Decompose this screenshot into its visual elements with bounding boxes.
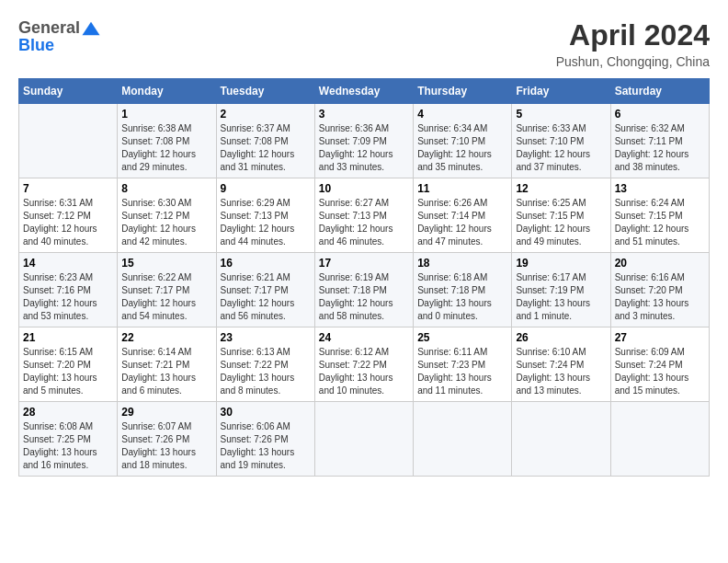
calendar-day-cell: 22Sunrise: 6:14 AMSunset: 7:21 PMDayligh… — [118, 327, 216, 402]
calendar-table: SundayMondayTuesdayWednesdayThursdayFrid… — [18, 78, 710, 477]
day-number: 22 — [121, 331, 211, 344]
day-info: Sunrise: 6:34 AMSunset: 7:10 PMDaylight:… — [417, 122, 507, 174]
calendar-day-cell: 8Sunrise: 6:30 AMSunset: 7:12 PMDaylight… — [118, 178, 216, 253]
calendar-day-cell: 2Sunrise: 6:37 AMSunset: 7:08 PMDaylight… — [216, 104, 314, 178]
day-number: 3 — [319, 108, 409, 121]
day-info: Sunrise: 6:10 AMSunset: 7:24 PMDaylight:… — [516, 346, 606, 397]
day-number: 25 — [417, 331, 507, 344]
weekday-header-cell: Saturday — [610, 79, 709, 104]
calendar-day-cell: 25Sunrise: 6:11 AMSunset: 7:23 PMDayligh… — [414, 327, 512, 402]
day-info: Sunrise: 6:38 AMSunset: 7:08 PMDaylight:… — [121, 122, 211, 174]
page-header: General Blue April 2024 Pushun, Chongqin… — [18, 18, 710, 69]
day-number: 28 — [23, 406, 113, 419]
day-info: Sunrise: 6:22 AMSunset: 7:17 PMDaylight:… — [121, 271, 211, 323]
location: Pushun, Chongqing, China — [556, 54, 710, 69]
calendar-day-cell: 15Sunrise: 6:22 AMSunset: 7:17 PMDayligh… — [118, 253, 216, 327]
day-info: Sunrise: 6:29 AMSunset: 7:13 PMDaylight:… — [221, 197, 311, 248]
day-number: 24 — [319, 331, 409, 344]
calendar-header-row: SundayMondayTuesdayWednesdayThursdayFrid… — [19, 79, 710, 104]
calendar-day-cell: 6Sunrise: 6:32 AMSunset: 7:11 PMDaylight… — [610, 104, 709, 178]
day-info: Sunrise: 6:12 AMSunset: 7:22 PMDaylight:… — [319, 346, 409, 397]
calendar-day-cell: 13Sunrise: 6:24 AMSunset: 7:15 PMDayligh… — [610, 178, 709, 253]
day-info: Sunrise: 6:19 AMSunset: 7:18 PMDaylight:… — [319, 271, 409, 323]
weekday-header-cell: Sunday — [19, 79, 118, 104]
day-number: 26 — [516, 331, 606, 344]
day-number: 30 — [221, 406, 311, 419]
day-info: Sunrise: 6:15 AMSunset: 7:20 PMDaylight:… — [23, 346, 113, 397]
weekday-header-cell: Friday — [512, 79, 610, 104]
calendar-day-cell: 29Sunrise: 6:07 AMSunset: 7:26 PMDayligh… — [118, 402, 216, 477]
calendar-day-cell — [512, 402, 610, 477]
calendar-day-cell — [610, 402, 709, 477]
calendar-week-row: 28Sunrise: 6:08 AMSunset: 7:25 PMDayligh… — [19, 402, 710, 477]
calendar-day-cell: 21Sunrise: 6:15 AMSunset: 7:20 PMDayligh… — [19, 327, 118, 402]
day-info: Sunrise: 6:06 AMSunset: 7:26 PMDaylight:… — [221, 420, 311, 472]
day-info: Sunrise: 6:31 AMSunset: 7:12 PMDaylight:… — [23, 197, 113, 248]
day-info: Sunrise: 6:21 AMSunset: 7:17 PMDaylight:… — [221, 271, 311, 323]
day-number: 16 — [221, 257, 311, 270]
day-info: Sunrise: 6:25 AMSunset: 7:15 PMDaylight:… — [516, 197, 606, 248]
day-info: Sunrise: 6:16 AMSunset: 7:20 PMDaylight:… — [615, 271, 705, 323]
calendar-day-cell: 23Sunrise: 6:13 AMSunset: 7:22 PMDayligh… — [216, 327, 314, 402]
day-number: 9 — [221, 182, 311, 195]
calendar-day-cell: 5Sunrise: 6:33 AMSunset: 7:10 PMDaylight… — [512, 104, 610, 178]
calendar-week-row: 7Sunrise: 6:31 AMSunset: 7:12 PMDaylight… — [19, 178, 710, 253]
calendar-day-cell: 16Sunrise: 6:21 AMSunset: 7:17 PMDayligh… — [216, 253, 314, 327]
day-info: Sunrise: 6:36 AMSunset: 7:09 PMDaylight:… — [319, 122, 409, 174]
weekday-header-cell: Thursday — [414, 79, 512, 104]
svg-marker-0 — [83, 21, 100, 35]
day-number: 5 — [516, 108, 606, 121]
day-number: 6 — [615, 108, 705, 121]
calendar-day-cell: 26Sunrise: 6:10 AMSunset: 7:24 PMDayligh… — [512, 327, 610, 402]
day-number: 21 — [23, 331, 113, 344]
day-number: 14 — [23, 257, 113, 270]
day-number: 19 — [516, 257, 606, 270]
day-info: Sunrise: 6:14 AMSunset: 7:21 PMDaylight:… — [121, 346, 211, 397]
calendar-day-cell — [314, 402, 413, 477]
day-number: 20 — [615, 257, 705, 270]
calendar-day-cell: 24Sunrise: 6:12 AMSunset: 7:22 PMDayligh… — [314, 327, 413, 402]
calendar-week-row: 21Sunrise: 6:15 AMSunset: 7:20 PMDayligh… — [19, 327, 710, 402]
day-info: Sunrise: 6:24 AMSunset: 7:15 PMDaylight:… — [615, 197, 705, 248]
day-info: Sunrise: 6:37 AMSunset: 7:08 PMDaylight:… — [221, 122, 311, 174]
calendar-day-cell: 4Sunrise: 6:34 AMSunset: 7:10 PMDaylight… — [414, 104, 512, 178]
day-number: 18 — [417, 257, 507, 270]
calendar-body: 1Sunrise: 6:38 AMSunset: 7:08 PMDaylight… — [19, 104, 710, 477]
day-info: Sunrise: 6:32 AMSunset: 7:11 PMDaylight:… — [615, 122, 705, 174]
month-year: April 2024 — [556, 18, 710, 52]
calendar-week-row: 14Sunrise: 6:23 AMSunset: 7:16 PMDayligh… — [19, 253, 710, 327]
calendar-day-cell — [19, 104, 118, 178]
day-info: Sunrise: 6:18 AMSunset: 7:18 PMDaylight:… — [417, 271, 507, 323]
title-block: April 2024 Pushun, Chongqing, China — [556, 18, 710, 69]
calendar-day-cell: 12Sunrise: 6:25 AMSunset: 7:15 PMDayligh… — [512, 178, 610, 253]
calendar-day-cell: 27Sunrise: 6:09 AMSunset: 7:24 PMDayligh… — [610, 327, 709, 402]
calendar-day-cell: 14Sunrise: 6:23 AMSunset: 7:16 PMDayligh… — [19, 253, 118, 327]
weekday-header-cell: Monday — [118, 79, 216, 104]
day-number: 17 — [319, 257, 409, 270]
day-info: Sunrise: 6:30 AMSunset: 7:12 PMDaylight:… — [121, 197, 211, 248]
day-number: 29 — [121, 406, 211, 419]
weekday-header-cell: Wednesday — [314, 79, 413, 104]
calendar-day-cell: 3Sunrise: 6:36 AMSunset: 7:09 PMDaylight… — [314, 104, 413, 178]
day-number: 23 — [221, 331, 311, 344]
day-number: 7 — [23, 182, 113, 195]
calendar-day-cell: 11Sunrise: 6:26 AMSunset: 7:14 PMDayligh… — [414, 178, 512, 253]
logo-triangle-icon — [81, 20, 101, 37]
calendar-day-cell: 10Sunrise: 6:27 AMSunset: 7:13 PMDayligh… — [314, 178, 413, 253]
calendar-day-cell: 30Sunrise: 6:06 AMSunset: 7:26 PMDayligh… — [216, 402, 314, 477]
day-info: Sunrise: 6:09 AMSunset: 7:24 PMDaylight:… — [615, 346, 705, 397]
calendar-day-cell: 19Sunrise: 6:17 AMSunset: 7:19 PMDayligh… — [512, 253, 610, 327]
day-info: Sunrise: 6:13 AMSunset: 7:22 PMDaylight:… — [221, 346, 311, 397]
calendar-day-cell: 20Sunrise: 6:16 AMSunset: 7:20 PMDayligh… — [610, 253, 709, 327]
day-info: Sunrise: 6:17 AMSunset: 7:19 PMDaylight:… — [516, 271, 606, 323]
calendar-day-cell: 7Sunrise: 6:31 AMSunset: 7:12 PMDaylight… — [19, 178, 118, 253]
weekday-header-cell: Tuesday — [216, 79, 314, 104]
day-number: 4 — [417, 108, 507, 121]
calendar-day-cell: 1Sunrise: 6:38 AMSunset: 7:08 PMDaylight… — [118, 104, 216, 178]
logo: General Blue — [18, 18, 102, 55]
calendar-day-cell: 9Sunrise: 6:29 AMSunset: 7:13 PMDaylight… — [216, 178, 314, 253]
day-number: 27 — [615, 331, 705, 344]
day-number: 15 — [121, 257, 211, 270]
day-info: Sunrise: 6:07 AMSunset: 7:26 PMDaylight:… — [121, 420, 211, 472]
day-number: 8 — [121, 182, 211, 195]
